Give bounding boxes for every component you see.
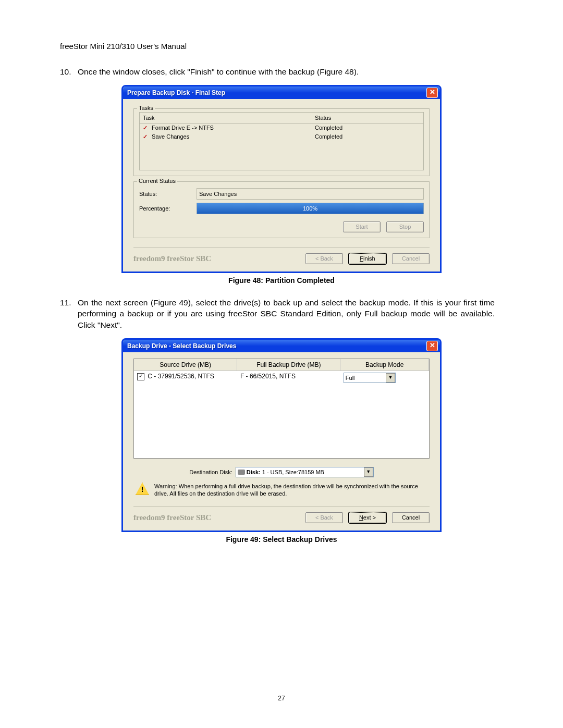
task-1-name: Save Changes <box>152 133 189 140</box>
back-button[interactable]: < Back <box>305 253 343 264</box>
titlebar: Backup Drive - Select Backup Drives ✕ <box>123 340 440 352</box>
figure-48-caption: Figure 48: Partition Completed <box>60 276 503 285</box>
figure-49-caption: Figure 49: Select Backup Drives <box>60 535 503 544</box>
close-icon[interactable]: ✕ <box>426 341 438 351</box>
percentage-row: Percentage: 100% <box>139 203 424 214</box>
step-11-num: 11. <box>60 297 78 309</box>
step-10: 10.Once the window closes, click "Finish… <box>60 66 503 78</box>
check-icon: ✓ <box>143 125 150 131</box>
start-button[interactable]: Start <box>343 221 381 232</box>
step-11-text: On the next screen (Figure 49), select t… <box>78 297 495 331</box>
dialog-body: Tasks Task Status ✓ Format Drive E -> NT… <box>123 99 440 272</box>
progress-fill: 100% <box>197 203 423 214</box>
brand-label: freedom9 freeStor SBC <box>133 513 211 522</box>
full-backup-drive: F - 66/52015, NTFS <box>237 371 340 385</box>
window-title: Backup Drive - Select Backup Drives <box>127 342 236 350</box>
manual-header: freeStor Mini 210/310 User's Manual <box>60 42 503 51</box>
current-status-fieldset: Current Status Status: Save Changes Perc… <box>133 181 430 238</box>
dialog-footer: freedom9 freeStor SBC < Back Next > Canc… <box>133 507 430 523</box>
tasks-box: Task Status ✓ Format Drive E -> NTFS Com… <box>139 112 424 170</box>
status-value: Save Changes <box>197 188 424 200</box>
task-row-1: ✓ Save Changes Completed <box>140 132 423 141</box>
cancel-button[interactable]: Cancel <box>392 512 430 523</box>
warning-text: Warning: When performing a full drive ba… <box>154 483 427 498</box>
drive-row-0: ✓ C - 37991/52536, NTFS F - 66/52015, NT… <box>134 371 429 385</box>
step-11: 11.On the next screen (Figure 49), selec… <box>60 297 503 331</box>
col-task: Task <box>140 115 315 121</box>
dialog-select-backup-drives: Backup Drive - Select Backup Drives ✕ So… <box>121 338 442 533</box>
titlebar: Prepare Backup Disk - Final Step ✕ <box>123 87 440 99</box>
destination-select[interactable]: Disk: 1 - USB, Size:78159 MB ▼ <box>236 467 374 477</box>
backup-mode-value: Full <box>346 375 385 381</box>
task-1-status: Completed <box>315 133 423 140</box>
drive-checkbox[interactable]: ✓ <box>137 373 144 380</box>
wizard-buttons: < Back Next > Cancel <box>301 512 430 523</box>
backup-mode-select[interactable]: Full ▼ <box>344 373 396 383</box>
task-row-0: ✓ Format Drive E -> NTFS Completed <box>140 124 423 132</box>
dialog-prepare-backup: Prepare Backup Disk - Final Step ✕ Tasks… <box>121 85 442 273</box>
page-number: 27 <box>0 695 563 702</box>
col-status: Status <box>315 115 423 121</box>
back-button[interactable]: < Back <box>305 512 343 523</box>
cancel-button[interactable]: Cancel <box>392 253 430 264</box>
step-10-text: Once the window closes, click "Finish" t… <box>78 66 359 78</box>
progress-bar: 100% <box>197 203 424 214</box>
stop-button[interactable]: Stop <box>386 221 424 232</box>
close-icon[interactable]: ✕ <box>426 88 438 98</box>
tasks-legend: Tasks <box>137 105 155 111</box>
wizard-buttons: < Back Finish Cancel <box>301 253 430 264</box>
start-stop-row: Start Stop <box>139 221 424 232</box>
source-drive: C - 37991/52536, NTFS <box>148 373 214 380</box>
figure-49-wrap: Backup Drive - Select Backup Drives ✕ So… <box>60 338 503 533</box>
task-0-status: Completed <box>315 125 423 131</box>
tasks-fieldset: Tasks Task Status ✓ Format Drive E -> NT… <box>133 108 430 176</box>
disk-icon <box>238 470 245 475</box>
task-0-name: Format Drive E -> NTFS <box>152 125 214 131</box>
tasks-header-row: Task Status <box>140 113 423 124</box>
dialog-footer: freedom9 freeStor SBC < Back Finish Canc… <box>133 248 430 264</box>
col-full: Full Backup Drive (MB) <box>237 359 340 371</box>
percentage-label: Percentage: <box>139 205 197 212</box>
chevron-down-icon: ▼ <box>364 467 373 477</box>
status-row: Status: Save Changes <box>139 188 424 200</box>
dialog-body: Source Drive (MB) Full Backup Drive (MB)… <box>123 352 440 531</box>
drive-table: Source Drive (MB) Full Backup Drive (MB)… <box>133 359 430 459</box>
check-icon: ✓ <box>143 133 150 140</box>
window-title: Prepare Backup Disk - Final Step <box>127 89 225 96</box>
finish-button[interactable]: Finish <box>349 253 386 264</box>
destination-row: Destination Disk: Disk: 1 - USB, Size:78… <box>133 467 430 477</box>
manual-page: freeStor Mini 210/310 User's Manual 10.O… <box>0 0 563 728</box>
warning-icon: ! <box>136 483 149 495</box>
destination-label: Destination Disk: <box>189 469 232 475</box>
brand-label: freedom9 freeStor SBC <box>133 254 211 263</box>
col-source: Source Drive (MB) <box>134 359 237 371</box>
next-button[interactable]: Next > <box>349 512 386 523</box>
chevron-down-icon: ▼ <box>386 373 395 382</box>
figure-48-wrap: Prepare Backup Disk - Final Step ✕ Tasks… <box>60 85 503 273</box>
status-label: Status: <box>139 191 197 197</box>
step-10-num: 10. <box>60 66 78 78</box>
current-status-legend: Current Status <box>137 178 177 184</box>
warning-row: ! Warning: When performing a full drive … <box>136 483 427 498</box>
col-mode: Backup Mode <box>340 359 429 371</box>
